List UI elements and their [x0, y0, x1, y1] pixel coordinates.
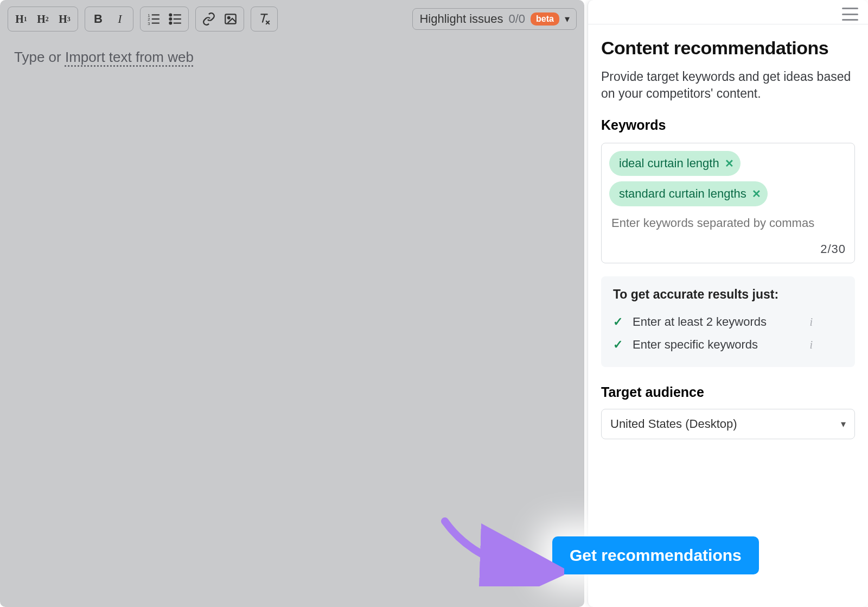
sidebar-description: Provide target keywords and get ideas ba… — [601, 68, 855, 102]
check-icon: ✓ — [613, 315, 623, 329]
image-button[interactable] — [221, 9, 240, 29]
keyword-chip: ideal curtain length ✕ — [609, 151, 741, 176]
editor-body[interactable]: Type or Import text from web — [2, 36, 582, 605]
h1-button[interactable]: H1 — [11, 9, 31, 29]
hamburger-menu-icon[interactable] — [842, 8, 858, 21]
remove-keyword-icon[interactable]: ✕ — [725, 157, 734, 170]
svg-point-6 — [169, 14, 171, 16]
text-style-group: B I — [85, 7, 133, 31]
keywords-input-box[interactable]: ideal curtain length ✕ standard curtain … — [601, 143, 855, 263]
tip-text: Enter at least 2 keywords — [633, 315, 767, 329]
link-button[interactable] — [199, 9, 219, 29]
keyword-chip-label: ideal curtain length — [619, 156, 719, 170]
link-icon — [202, 12, 216, 26]
insert-group — [195, 7, 244, 31]
sidebar-title: Content recommendations — [601, 37, 855, 59]
bullet-list-button[interactable] — [165, 9, 185, 29]
numbered-list-button[interactable]: 123 — [144, 9, 163, 29]
numbered-list-icon: 123 — [146, 12, 161, 26]
svg-rect-12 — [225, 14, 236, 23]
info-icon[interactable]: i — [809, 339, 843, 351]
h2-button[interactable]: H2 — [33, 9, 53, 29]
recommendations-sidebar: Content recommendations Provide target k… — [588, 0, 868, 607]
tip-item: ✓ Enter at least 2 keywords i — [613, 311, 843, 333]
tip-item: ✓ Enter specific keywords i — [613, 333, 843, 356]
highlight-issues-dropdown[interactable]: Highlight issues 0/0 beta ▾ — [412, 8, 577, 30]
highlight-label: Highlight issues — [419, 12, 503, 26]
editor-panel: H1 H2 H3 B I 123 — [0, 0, 584, 607]
info-icon[interactable]: i — [809, 316, 843, 328]
keywords-heading: Keywords — [601, 117, 855, 133]
image-icon — [224, 12, 238, 26]
bold-button[interactable]: B — [88, 9, 108, 29]
clear-group — [251, 7, 278, 31]
issues-count: 0/0 — [509, 12, 526, 26]
check-icon: ✓ — [613, 338, 623, 352]
editor-placeholder: Type or Import text from web — [14, 49, 570, 66]
placeholder-prefix: Type or — [14, 49, 65, 65]
sidebar-top — [588, 0, 868, 24]
keyword-chip-label: standard curtain lengths — [619, 187, 746, 201]
get-recommendations-button[interactable]: Get recommendations — [552, 536, 759, 574]
target-audience-value: United States (Desktop) — [610, 417, 737, 431]
keywords-input[interactable] — [609, 212, 847, 233]
editor-toolbar: H1 H2 H3 B I 123 — [2, 2, 582, 36]
clear-format-icon — [257, 12, 271, 26]
target-audience-heading: Target audience — [601, 384, 855, 400]
h3-button[interactable]: H3 — [55, 9, 74, 29]
svg-text:3: 3 — [148, 21, 150, 26]
list-group: 123 — [140, 7, 189, 31]
tips-title: To get accurate results just: — [613, 287, 843, 302]
clear-format-button[interactable] — [254, 9, 274, 29]
keywords-counter: 2/30 — [609, 239, 847, 257]
chevron-down-icon: ▾ — [841, 418, 846, 430]
keyword-chip: standard curtain lengths ✕ — [609, 181, 768, 206]
svg-point-8 — [169, 18, 171, 20]
remove-keyword-icon[interactable]: ✕ — [752, 187, 761, 200]
tip-text: Enter specific keywords — [633, 338, 758, 352]
bullet-list-icon — [168, 12, 182, 26]
beta-badge: beta — [531, 12, 559, 26]
heading-group: H1 H2 H3 — [8, 7, 78, 31]
import-from-web-link[interactable]: Import text from web — [65, 49, 194, 65]
svg-point-13 — [228, 17, 230, 19]
tips-box: To get accurate results just: ✓ Enter at… — [601, 276, 855, 367]
italic-button[interactable]: I — [110, 9, 130, 29]
chevron-down-icon: ▾ — [565, 13, 570, 25]
target-audience-select[interactable]: United States (Desktop) ▾ — [601, 409, 855, 439]
svg-point-10 — [169, 22, 171, 24]
